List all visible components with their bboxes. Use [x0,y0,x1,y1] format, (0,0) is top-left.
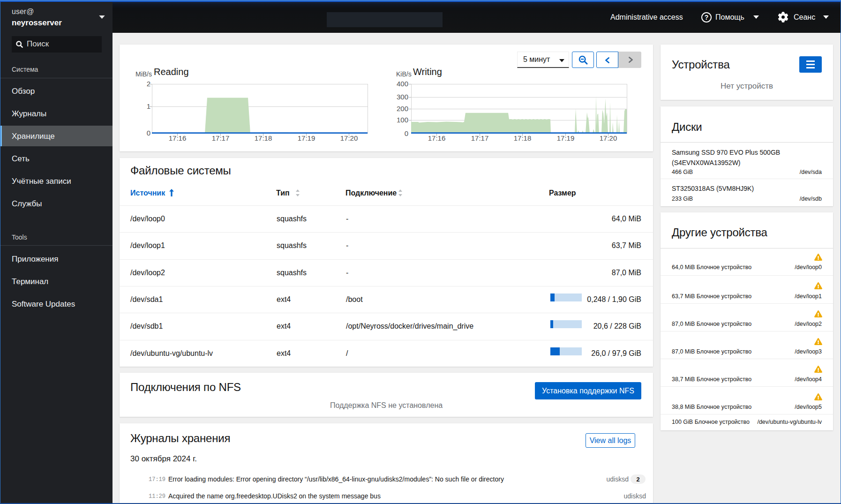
svg-text:?: ? [705,14,709,21]
